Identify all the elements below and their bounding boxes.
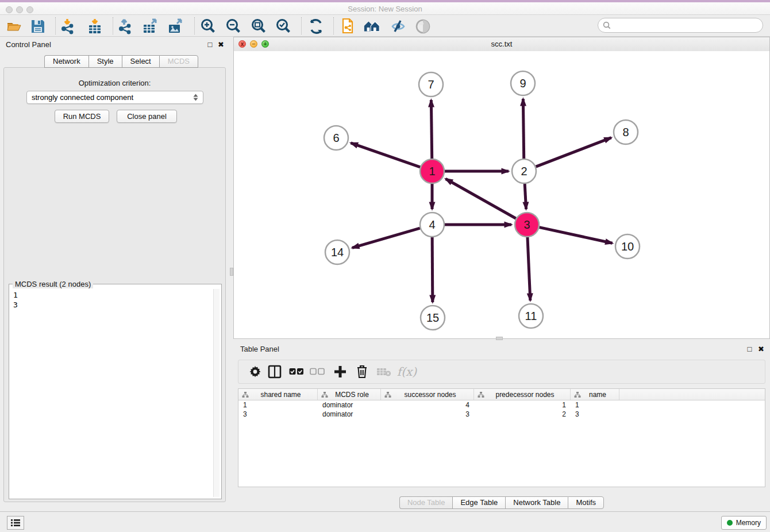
graph-edge-4-15[interactable] bbox=[432, 237, 433, 302]
search-input[interactable] bbox=[613, 21, 763, 30]
optimization-criterion-label: Optimization criterion: bbox=[4, 79, 225, 87]
graph-node-7[interactable]: 7 bbox=[419, 72, 443, 97]
delete-column-icon[interactable] bbox=[353, 363, 371, 380]
graph-edge-3-10[interactable] bbox=[539, 228, 612, 244]
save-icon[interactable] bbox=[29, 17, 47, 36]
home-icon[interactable] bbox=[363, 17, 382, 36]
graph-node-4[interactable]: 4 bbox=[420, 213, 444, 237]
graph-edge-3-11[interactable] bbox=[528, 237, 530, 300]
refresh-icon[interactable] bbox=[307, 17, 325, 36]
graph-node-14[interactable]: 14 bbox=[325, 240, 349, 264]
table-cell[interactable]: dominator bbox=[318, 410, 381, 419]
float-table-panel-icon[interactable]: □ bbox=[746, 345, 753, 353]
deselect-all-icon[interactable] bbox=[309, 363, 326, 380]
network-window-titlebar[interactable]: x − + scc.txt bbox=[234, 37, 769, 52]
graph-node-1[interactable]: 1 bbox=[420, 159, 444, 183]
task-history-button[interactable] bbox=[7, 516, 24, 530]
select-all-icon[interactable] bbox=[288, 363, 305, 380]
add-column-icon[interactable] bbox=[332, 363, 349, 380]
graph-node-10[interactable]: 10 bbox=[615, 234, 640, 259]
result-scrollbar[interactable] bbox=[213, 289, 220, 497]
table-cell[interactable]: 3 bbox=[238, 410, 318, 419]
optimization-criterion-value: strongly connected component bbox=[32, 93, 133, 102]
svg-text:2: 2 bbox=[521, 165, 527, 178]
graph-edge-2-8[interactable] bbox=[536, 138, 611, 167]
graph-node-6[interactable]: 6 bbox=[324, 126, 348, 150]
mcds-result-textarea[interactable]: 13 bbox=[11, 289, 214, 497]
graph-node-3[interactable]: 3 bbox=[515, 213, 539, 237]
graph-edge-4-14[interactable] bbox=[352, 228, 420, 248]
table-header-row: shared nameMCDS rolesuccessor nodesprede… bbox=[238, 389, 765, 400]
table-cell[interactable]: 3 bbox=[381, 410, 474, 419]
column-header-shared-name[interactable]: shared name bbox=[238, 389, 318, 400]
column-header-predecessor-nodes[interactable]: predecessor nodes bbox=[474, 389, 571, 400]
select-stepper-icon bbox=[193, 94, 198, 101]
memory-status-icon bbox=[727, 520, 733, 526]
zoom-fit-icon[interactable] bbox=[249, 17, 268, 36]
tab-motifs[interactable]: Motifs bbox=[568, 496, 604, 509]
graph-node-8[interactable]: 8 bbox=[614, 120, 638, 144]
main-toolbar bbox=[0, 15, 770, 37]
column-header-name[interactable]: name bbox=[571, 389, 619, 400]
tab-network[interactable]: Network bbox=[44, 55, 88, 68]
export-network-icon[interactable] bbox=[116, 17, 134, 36]
svg-text:3: 3 bbox=[523, 218, 530, 231]
column-header-successor-nodes[interactable]: successor nodes bbox=[381, 389, 474, 400]
open-folder-icon[interactable] bbox=[5, 17, 23, 36]
tab-node-table[interactable]: Node Table bbox=[399, 496, 453, 509]
memory-button[interactable]: Memory bbox=[721, 516, 767, 530]
run-mcds-button[interactable]: Run MCDS bbox=[55, 110, 109, 123]
graph-node-11[interactable]: 11 bbox=[519, 304, 543, 328]
optimization-criterion-select[interactable]: strongly connected component bbox=[26, 91, 203, 104]
table-row[interactable]: 3dominator323 bbox=[238, 410, 765, 419]
search-field[interactable] bbox=[598, 18, 763, 33]
tab-style[interactable]: Style bbox=[88, 55, 122, 68]
svg-text:9: 9 bbox=[519, 77, 526, 90]
table-cell[interactable]: 1 bbox=[238, 400, 318, 410]
table-cell[interactable]: 1 bbox=[571, 400, 619, 410]
close-panel-icon[interactable]: ✖ bbox=[217, 41, 225, 48]
horizontal-splitter-grip[interactable] bbox=[496, 337, 503, 340]
graph-edge-1-7[interactable] bbox=[431, 100, 432, 159]
close-panel-button[interactable]: Close panel bbox=[117, 110, 177, 123]
network-canvas[interactable]: 7968124314101511 bbox=[234, 51, 769, 338]
column-layout-icon[interactable] bbox=[266, 363, 283, 380]
float-panel-icon[interactable]: □ bbox=[206, 41, 214, 48]
table-cell[interactable]: 2 bbox=[474, 410, 571, 419]
tab-select[interactable]: Select bbox=[122, 55, 159, 68]
network-graph[interactable]: 7968124314101511 bbox=[234, 51, 769, 338]
graph-edge-2-9[interactable] bbox=[523, 99, 523, 159]
zoom-in-icon[interactable] bbox=[199, 17, 217, 36]
zoom-selected-icon[interactable] bbox=[274, 17, 292, 36]
table-cell[interactable]: 4 bbox=[381, 400, 474, 410]
graph-node-2[interactable]: 2 bbox=[512, 159, 536, 183]
zoom-out-icon[interactable] bbox=[224, 17, 242, 36]
export-image-icon[interactable] bbox=[166, 17, 184, 36]
column-type-icon bbox=[478, 391, 484, 398]
import-network-icon[interactable] bbox=[59, 17, 77, 36]
table-cell[interactable]: 1 bbox=[474, 400, 571, 410]
import-table-icon[interactable] bbox=[86, 17, 104, 36]
table-row[interactable]: 1dominator411 bbox=[238, 400, 765, 410]
table-panel: Table Panel □ ✖ f(x) bbox=[233, 342, 770, 511]
control-panel-tabs: NetworkStyleSelectMCDS bbox=[44, 55, 198, 68]
tab-mcds[interactable]: MCDS bbox=[159, 55, 198, 68]
graph-node-15[interactable]: 15 bbox=[421, 306, 445, 330]
tab-edge-table[interactable]: Edge Table bbox=[452, 496, 505, 509]
tab-network-table[interactable]: Network Table bbox=[505, 496, 568, 509]
hide-panels-icon[interactable] bbox=[388, 17, 407, 36]
export-table-icon[interactable] bbox=[141, 17, 159, 36]
graph-edge-1-6[interactable] bbox=[351, 143, 421, 167]
graph-node-9[interactable]: 9 bbox=[511, 71, 535, 95]
graph-edge-2-3[interactable] bbox=[525, 184, 526, 209]
table-cell[interactable]: dominator bbox=[318, 400, 381, 410]
eye-icon[interactable] bbox=[414, 17, 432, 36]
close-table-panel-icon[interactable]: ✖ bbox=[757, 345, 765, 353]
graph-edge-3-1[interactable] bbox=[446, 179, 516, 218]
delete-table-disabled-icon bbox=[375, 363, 392, 380]
settings-gear-icon[interactable] bbox=[247, 363, 264, 380]
column-header-mcds-role[interactable]: MCDS role bbox=[318, 389, 381, 400]
new-network-file-icon[interactable] bbox=[338, 17, 356, 36]
titlebar: Session: New Session bbox=[0, 0, 770, 15]
table-cell[interactable]: 3 bbox=[571, 410, 619, 419]
